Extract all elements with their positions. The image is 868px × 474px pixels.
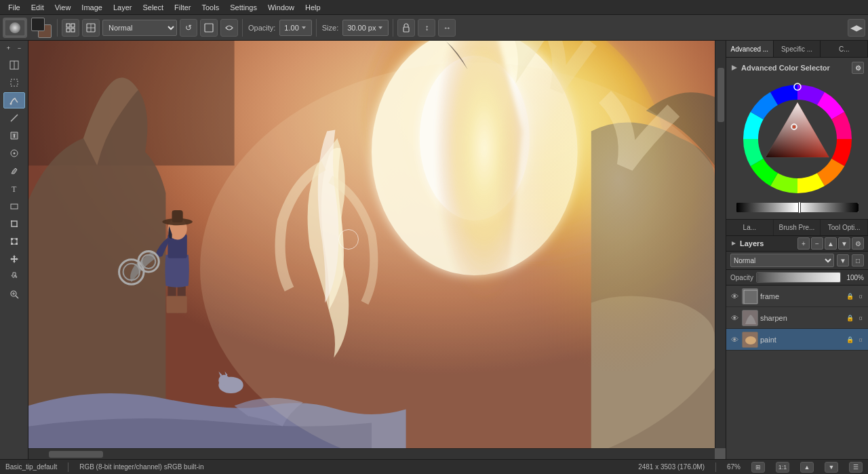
- mirror-h-button[interactable]: ↔: [438, 19, 456, 37]
- statusbar-sep-2: [715, 462, 716, 472]
- layer-thumb-sharpen: [742, 310, 758, 326]
- layer-up-button[interactable]: ▲: [825, 237, 837, 250]
- menu-tools[interactable]: Tools: [197, 2, 225, 13]
- menu-view[interactable]: View: [50, 2, 77, 13]
- replace-button[interactable]: [220, 19, 238, 37]
- layer-actions-sharpen: 🔒 α: [845, 313, 865, 323]
- svg-marker-62: [732, 241, 736, 245]
- layer-delete-button[interactable]: −: [811, 237, 823, 250]
- scroll-down-button[interactable]: ▼: [825, 462, 838, 473]
- statusbar-zoom: 67%: [727, 463, 741, 471]
- layer-add-button[interactable]: +: [797, 237, 810, 250]
- color-value-thumb[interactable]: [798, 201, 801, 214]
- layer-lock-frame[interactable]: 🔒: [845, 292, 854, 301]
- menu-filter[interactable]: Filter: [169, 2, 196, 13]
- zoom-fit-button[interactable]: ⊞: [751, 462, 765, 473]
- sub-tab-layers-small[interactable]: La...: [726, 220, 774, 235]
- color-swatches[interactable]: [31, 18, 52, 38]
- color-value-bar[interactable]: [736, 203, 859, 212]
- layer-alpha-frame[interactable]: α: [856, 292, 865, 301]
- svg-rect-39: [176, 296, 187, 313]
- vertical-scrollbar[interactable]: [715, 41, 726, 448]
- sub-tab-tool-options[interactable]: Tool Opti...: [821, 220, 868, 235]
- svg-point-60: [793, 125, 795, 128]
- tool-pan[interactable]: [3, 269, 25, 285]
- layer-filter-button[interactable]: ▼: [837, 254, 849, 266]
- layer-eye-frame[interactable]: 👁: [729, 291, 740, 302]
- layer-item-sharpen[interactable]: 👁 sharpen 🔒 α: [726, 307, 868, 329]
- layer-alpha-sharpen[interactable]: α: [856, 313, 865, 323]
- blend-mode-select[interactable]: Normal: [102, 20, 177, 36]
- layer-eye-paint[interactable]: 👁: [729, 334, 740, 345]
- color-panel-settings[interactable]: ⚙: [852, 62, 864, 74]
- layer-blend-mode-select[interactable]: Normal: [730, 254, 834, 267]
- tool-zoom-in[interactable]: +: [4, 43, 14, 53]
- tool-unknown-1[interactable]: [3, 57, 25, 73]
- menu-layer[interactable]: Layer: [108, 2, 138, 13]
- color-wheel-container[interactable]: [736, 78, 859, 200]
- layer-lock-paint[interactable]: 🔒: [845, 335, 854, 344]
- tool-crop[interactable]: [3, 216, 25, 232]
- sub-tab-brush-presets[interactable]: Brush Pre...: [774, 220, 821, 235]
- panel-tab-specific[interactable]: Specific ...: [774, 41, 821, 57]
- tool-zoom-out[interactable]: −: [15, 43, 24, 53]
- svg-text:T: T: [12, 184, 17, 193]
- panel-tab-c[interactable]: C...: [821, 41, 868, 57]
- grid-toggle-button[interactable]: [62, 19, 79, 37]
- layer-lock-sharpen[interactable]: 🔒: [845, 313, 854, 323]
- tool-contiguous[interactable]: [3, 127, 25, 144]
- toolbar: Normal ↺ Opacity: 1.00 Size: 30.00 px ↕ …: [0, 15, 868, 41]
- lock-size-button[interactable]: [397, 19, 415, 37]
- statusbar-brush: Basic_tip_default: [5, 463, 57, 471]
- mirror-v-button[interactable]: ↕: [418, 19, 435, 37]
- wrap-toggle-button[interactable]: [82, 19, 100, 37]
- svg-rect-23: [11, 238, 13, 240]
- zoom-1to1-button[interactable]: 1:1: [776, 462, 789, 473]
- statusbar-options-button[interactable]: ☰: [849, 462, 863, 473]
- menu-window[interactable]: Window: [262, 2, 300, 13]
- menu-select[interactable]: Select: [137, 2, 169, 13]
- layer-alpha-paint[interactable]: α: [856, 335, 865, 344]
- painting-canvas[interactable]: [28, 41, 715, 448]
- menu-edit[interactable]: Edit: [26, 2, 50, 13]
- svg-rect-4: [66, 28, 70, 32]
- layer-eye-sharpen[interactable]: 👁: [729, 313, 740, 323]
- menu-image[interactable]: Image: [76, 2, 108, 13]
- svg-rect-12: [403, 27, 409, 32]
- canvas-content: [28, 41, 715, 448]
- tool-line[interactable]: [3, 110, 25, 126]
- brush-preset-button[interactable]: [3, 18, 27, 38]
- statusbar-dimensions: 2481 x 3503 (176.0M): [638, 463, 705, 471]
- svg-point-67: [745, 336, 756, 344]
- menu-help[interactable]: Help: [300, 2, 326, 13]
- layer-options-button[interactable]: ⚙: [852, 237, 864, 250]
- layer-item-paint[interactable]: 👁 paint 🔒 α: [726, 329, 868, 351]
- panel-tab-advanced[interactable]: Advanced ...: [726, 41, 774, 57]
- scroll-up-button[interactable]: ▲: [800, 462, 814, 473]
- vertical-scrollbar-thumb[interactable]: [717, 68, 724, 122]
- tool-shapes[interactable]: [3, 198, 25, 214]
- tool-freehand[interactable]: [3, 92, 25, 108]
- layer-down-button[interactable]: ▼: [838, 237, 850, 250]
- layer-mask-button[interactable]: □: [852, 254, 864, 266]
- reset-button[interactable]: ↺: [180, 19, 197, 37]
- tool-multibrush[interactable]: [3, 145, 25, 161]
- opacity-value: 1.00: [284, 24, 298, 32]
- tool-zoom[interactable]: [3, 286, 25, 302]
- tool-select-shape[interactable]: [3, 75, 25, 91]
- layer-item-frame[interactable]: 👁 frame 🔒 α: [726, 285, 868, 307]
- size-widget[interactable]: 30.00 px: [342, 20, 389, 36]
- opacity-widget[interactable]: 1.00: [279, 20, 311, 36]
- horizontal-scrollbar-thumb[interactable]: [49, 451, 103, 458]
- panel-toggle-button[interactable]: ◀▶: [848, 19, 865, 37]
- tool-text[interactable]: T: [3, 180, 25, 197]
- menu-settings[interactable]: Settings: [224, 2, 262, 13]
- tool-transform[interactable]: [3, 233, 25, 250]
- eraser-button[interactable]: [200, 19, 218, 37]
- menu-file[interactable]: File: [3, 2, 26, 13]
- layers-opacity-bar[interactable]: [756, 272, 841, 283]
- horizontal-scrollbar[interactable]: [28, 448, 715, 459]
- tool-dynamic[interactable]: [3, 163, 25, 179]
- sub-panel-tabs: La... Brush Pre... Tool Opti...: [726, 220, 868, 236]
- tool-move[interactable]: [3, 251, 25, 267]
